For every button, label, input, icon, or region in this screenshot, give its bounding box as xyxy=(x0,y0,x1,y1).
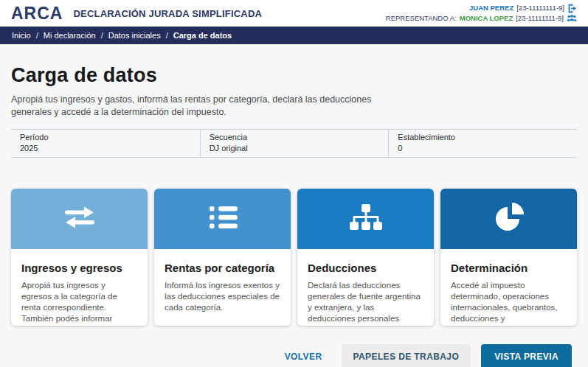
card-body: Ingresos y egresos Apropiá tus ingresos … xyxy=(11,249,148,326)
summary-value: 2025 xyxy=(20,144,191,153)
summary-col-establecimiento: Establecimiento 0 xyxy=(388,130,577,157)
vista-previa-button[interactable]: VISTA PREVIA xyxy=(481,344,572,367)
card-band xyxy=(11,189,148,249)
breadcrumb-separator: / xyxy=(36,31,38,40)
page-description: Apropiá tus ingresos y gastos, informá l… xyxy=(11,94,401,119)
card-band xyxy=(440,189,577,249)
summary-value: DJ original xyxy=(210,144,380,153)
summary-col-periodo: Período 2025 xyxy=(11,130,200,157)
breadcrumb-separator: / xyxy=(101,31,103,40)
header: ARCA DECLARACIÓN JURADA SIMPLIFICADA JUA… xyxy=(0,0,588,27)
card-band xyxy=(154,189,291,249)
sitemap-icon xyxy=(347,203,384,235)
user-cuit: [23-11111111-9] xyxy=(516,3,564,13)
user-panel: JUAN PEREZ [23-11111111-9] REPRESENTANDO… xyxy=(386,3,577,24)
list-icon xyxy=(206,204,240,234)
card-body: Rentas por categoría Informá los ingreso… xyxy=(154,249,291,324)
breadcrumb-item-mi-declaracion[interactable]: Mi declaración xyxy=(44,31,96,40)
card-title: Deducciones xyxy=(308,262,423,274)
page-title: Carga de datos xyxy=(11,64,577,87)
representing-label: REPRESENTANDO A: xyxy=(386,13,457,24)
volver-button[interactable]: VOLVER xyxy=(276,344,331,367)
representing-name: MONICA LOPEZ xyxy=(460,13,513,24)
card-description: Accedé al impuesto determinado, operacio… xyxy=(451,280,567,326)
card-band xyxy=(297,189,434,249)
user-line: JUAN PEREZ [23-11111111-9] xyxy=(386,3,577,13)
summary-label: Establecimiento xyxy=(398,133,568,144)
summary-label: Secuencia xyxy=(210,133,380,144)
card-description: Apropiá tus ingresos y egresos a la cate… xyxy=(21,280,137,326)
card-title: Ingresos y egresos xyxy=(21,262,137,274)
transfer-arrows-icon xyxy=(60,204,100,234)
arca-logo[interactable]: ARCA xyxy=(11,4,63,24)
breadcrumb-item-inicio[interactable]: Inicio xyxy=(12,31,31,40)
card-description: Declará las deducciones generales de fue… xyxy=(308,280,423,325)
card-body: Deducciones Declará las deducciones gene… xyxy=(297,249,434,326)
summary-value: 0 xyxy=(398,144,568,153)
section-cards: Ingresos y egresos Apropiá tus ingresos … xyxy=(11,189,577,326)
card-title: Rentas por categoría xyxy=(165,262,280,274)
card-body: Determinación Accedé al impuesto determi… xyxy=(440,249,577,326)
declaration-summary-table: Período 2025 Secuencia DJ original Estab… xyxy=(11,129,577,158)
breadcrumb: Inicio / Mi declaración / Datos iniciale… xyxy=(0,27,588,44)
card-deducciones[interactable]: Deducciones Declará las deducciones gene… xyxy=(297,189,434,326)
papeles-de-trabajo-button[interactable]: PAPELES DE TRABAJO xyxy=(342,344,471,367)
header-brand: ARCA DECLARACIÓN JURADA SIMPLIFICADA xyxy=(11,4,262,24)
logout-icon[interactable] xyxy=(567,4,577,13)
card-description: Informá los ingresos exentos y las deduc… xyxy=(165,280,280,314)
action-bar: VOLVER PAPELES DE TRABAJO VISTA PREVIA xyxy=(11,344,577,367)
representing-line: REPRESENTANDO A: MONICA LOPEZ [23-111111… xyxy=(386,13,577,24)
card-rentas-por-categoria[interactable]: Rentas por categoría Informá los ingreso… xyxy=(154,189,291,326)
card-title: Determinación xyxy=(451,262,567,274)
card-ingresos-y-egresos[interactable]: Ingresos y egresos Apropiá tus ingresos … xyxy=(11,189,148,326)
app-root: ARCA DECLARACIÓN JURADA SIMPLIFICADA JUA… xyxy=(0,0,588,367)
breadcrumb-item-carga-de-datos: Carga de datos xyxy=(173,31,232,40)
summary-label: Período xyxy=(20,133,191,144)
main-content: Carga de datos Apropiá tus ingresos y ga… xyxy=(0,64,588,367)
user-name: JUAN PEREZ xyxy=(469,3,513,13)
breadcrumb-item-datos-iniciales[interactable]: Datos iniciales xyxy=(108,31,161,40)
users-icon[interactable] xyxy=(567,14,577,22)
representing-cuit: [23-11111111-9] xyxy=(516,13,564,24)
summary-col-secuencia: Secuencia DJ original xyxy=(200,130,389,157)
card-determinacion[interactable]: Determinación Accedé al impuesto determi… xyxy=(440,189,577,326)
app-title: DECLARACIÓN JURADA SIMPLIFICADA xyxy=(73,8,262,19)
breadcrumb-separator: / xyxy=(166,31,168,40)
pie-chart-icon xyxy=(493,201,525,237)
